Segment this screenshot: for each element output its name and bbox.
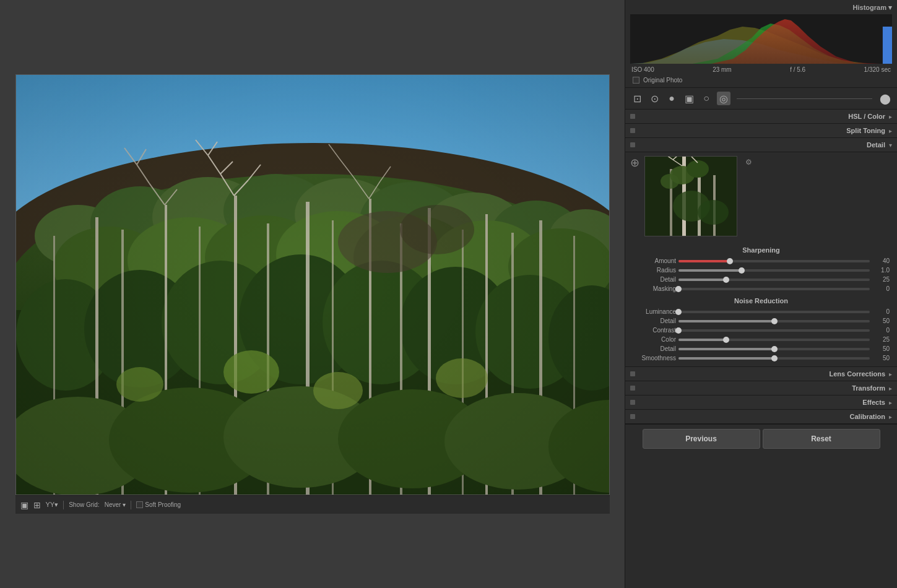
- aperture-info: f / 5.6: [790, 66, 805, 73]
- sharpening-amount-slider[interactable]: [678, 260, 870, 262]
- transform-arrow: ▸: [889, 385, 892, 392]
- sharpening-masking-row: Masking 0: [630, 284, 892, 293]
- lens-corrections-section[interactable]: Lens Corrections ▸: [625, 367, 897, 381]
- noise-luminance-slider[interactable]: [678, 311, 870, 313]
- tool-icons-row: ⊡ ⊙ ● ▣ ○ ◎ ⬤: [625, 88, 897, 110]
- noise-smoothness-slider[interactable]: [678, 357, 870, 360]
- svg-rect-77: [883, 27, 892, 64]
- noise-color-value: 25: [872, 336, 890, 343]
- sharpening-detail-value: 25: [872, 276, 890, 283]
- tone-curve-icon[interactable]: ⬤: [878, 92, 892, 105]
- detail-header[interactable]: Detail ▾: [625, 138, 897, 152]
- original-photo-checkbox[interactable]: [633, 77, 639, 84]
- histogram-title[interactable]: Histogram ▾: [630, 2, 892, 14]
- original-photo-label: Original Photo: [643, 77, 682, 84]
- graduated-filter-icon[interactable]: ▣: [682, 92, 696, 105]
- calibration-section[interactable]: Calibration ▸: [625, 410, 897, 424]
- calibration-title: Calibration: [639, 413, 885, 420]
- detail-preview: ⊕: [630, 156, 892, 236]
- sharpening-detail-label: Detail: [633, 276, 676, 283]
- lens-dot: [630, 371, 635, 376]
- effects-dot: [630, 400, 635, 405]
- adjustment-brush-icon[interactable]: ◎: [717, 92, 730, 105]
- shutter-info: 1/320 sec: [864, 66, 891, 73]
- sharpening-masking-value: 0: [872, 285, 890, 292]
- noise-color-label: Color: [633, 336, 676, 343]
- noise-color-detail-slider[interactable]: [678, 348, 870, 350]
- sharpening-amount-label: Amount: [633, 257, 676, 264]
- right-panel: Histogram ▾: [625, 0, 897, 588]
- effects-section[interactable]: Effects ▸: [625, 396, 897, 410]
- sharpening-detail-slider[interactable]: [678, 279, 870, 281]
- noise-contrast-row: Contrast 0: [630, 326, 892, 335]
- noise-color-slider[interactable]: [678, 339, 870, 341]
- noise-luminance-value: 0: [872, 308, 890, 315]
- softproofing-checkbox[interactable]: Soft Proofing: [136, 501, 181, 508]
- tool-divider: [737, 98, 872, 99]
- red-eye-icon[interactable]: ●: [665, 92, 678, 105]
- noise-smoothness-row: Smoothness 50: [630, 353, 892, 363]
- effects-arrow: ▸: [889, 399, 892, 406]
- noise-color-detail-value: 50: [872, 345, 890, 352]
- show-grid-select[interactable]: Never ▾: [105, 501, 126, 508]
- transform-section[interactable]: Transform ▸: [625, 381, 897, 396]
- split-arrow: ▸: [889, 128, 892, 134]
- noise-smoothness-value: 50: [872, 355, 890, 361]
- split-toning-section[interactable]: Split Toning ▸: [625, 124, 897, 138]
- view-mode-icon[interactable]: ▣: [20, 500, 28, 510]
- radial-filter-icon[interactable]: ○: [700, 92, 713, 105]
- noise-luminance-row: Luminance 0: [630, 307, 892, 316]
- noise-detail-label: Detail: [633, 318, 676, 324]
- date-icon[interactable]: YY▾: [46, 501, 59, 509]
- svg-point-85: [661, 174, 679, 189]
- histogram-canvas: [630, 14, 892, 64]
- noise-contrast-slider[interactable]: [678, 329, 870, 332]
- noise-detail-slider[interactable]: [678, 320, 870, 322]
- hsl-color-section[interactable]: HSL / Color ▸: [625, 110, 897, 124]
- detail-preview-image: [644, 156, 737, 236]
- split-title: Split Toning: [639, 127, 885, 134]
- svg-point-84: [687, 160, 709, 178]
- calibration-arrow: ▸: [889, 413, 892, 420]
- sharpening-radius-label: Radius: [633, 267, 676, 274]
- sharpening-title: Sharpening: [630, 243, 892, 256]
- sharpening-amount-row: Amount 40: [630, 256, 892, 266]
- hsl-title: HSL / Color: [639, 113, 885, 120]
- noise-color-detail-label: Detail: [633, 345, 676, 352]
- calibration-dot: [630, 414, 635, 419]
- sharpening-masking-slider[interactable]: [678, 288, 870, 290]
- effects-title: Effects: [639, 399, 885, 406]
- preview-tool-settings[interactable]: ⚙: [742, 156, 755, 168]
- sharpening-detail-row: Detail 25: [630, 275, 892, 284]
- lens-title: Lens Corrections: [639, 370, 885, 378]
- photo-image: [16, 75, 610, 495]
- noise-reduction-title: Noise Reduction: [630, 293, 892, 307]
- lens-arrow: ▸: [889, 371, 892, 378]
- noise-smoothness-label: Smoothness: [633, 355, 676, 361]
- preview-target-icon[interactable]: ⊕: [630, 156, 639, 236]
- sharpening-masking-label: Masking: [633, 285, 676, 292]
- noise-contrast-label: Contrast: [633, 327, 676, 334]
- transform-dot: [630, 386, 635, 391]
- crop-overlay-icon[interactable]: ⊡: [630, 92, 644, 105]
- iso-info: ISO 400: [631, 66, 654, 73]
- focal-info: 23 mm: [713, 66, 732, 73]
- histogram-section: Histogram ▾: [625, 0, 897, 88]
- sharpening-radius-value: 1.0: [872, 267, 890, 274]
- transform-title: Transform: [639, 384, 885, 392]
- hsl-arrow: ▸: [889, 113, 892, 120]
- split-dot: [630, 128, 635, 133]
- reset-button[interactable]: Reset: [763, 429, 880, 449]
- spot-removal-icon[interactable]: ⊙: [648, 92, 661, 105]
- sharpening-amount-value: 40: [872, 257, 890, 264]
- grid-icon[interactable]: ⊞: [33, 500, 41, 510]
- svg-point-91: [698, 200, 729, 225]
- sharpening-radius-row: Radius 1.0: [630, 266, 892, 275]
- show-grid-label: Show Grid:: [69, 501, 99, 508]
- detail-dot: [630, 142, 635, 147]
- detail-section: Detail ▾ ⊕: [625, 138, 897, 367]
- previous-button[interactable]: Previous: [643, 429, 760, 449]
- sharpening-radius-slider[interactable]: [678, 269, 870, 272]
- histogram-info: ISO 400 23 mm f / 5.6 1/320 sec: [630, 64, 892, 76]
- toolbar-separator-1: [63, 501, 64, 509]
